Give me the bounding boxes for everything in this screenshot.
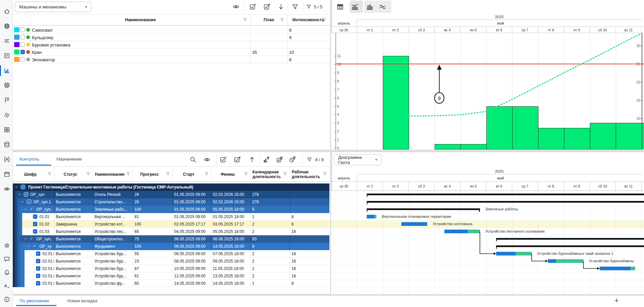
sidebar-item-chart-histogram[interactable] (3, 66, 11, 75)
sidebar-item-sun[interactable] (3, 241, 11, 250)
gantt-summary-bar[interactable] (496, 238, 644, 240)
tasks-toolbar-chart-funnel-button[interactable] (262, 156, 270, 164)
task-checkbox[interactable]: ✓ (36, 259, 40, 263)
resource-checkbox[interactable]: ✓ (21, 50, 25, 54)
task-row-0[interactable]: −✓Проект Гостиница/Строительно-монтажные… (13, 183, 329, 191)
gantt-task-bar[interactable] (401, 222, 427, 226)
sidebar-item-home[interactable] (3, 7, 11, 15)
task-row-9[interactable]: ✓02.01.0ВыполняетсяУстройство бур...5506… (13, 250, 329, 258)
gantt-task-bar[interactable] (496, 252, 532, 255)
resources-toolbar-uncheck-all-button[interactable] (263, 3, 271, 11)
gantt-task-bar[interactable] (444, 230, 480, 233)
resource-view-dropdown[interactable]: Машины и механизмы ▾ (15, 2, 91, 12)
tasks-column-filter-button[interactable] (204, 172, 209, 176)
sidebar-item-info[interactable] (3, 295, 11, 304)
gantt-task-bar[interactable] (367, 215, 376, 218)
tab-control[interactable]: Контроль (19, 157, 39, 162)
tasks-toolbar-search-button[interactable] (189, 156, 197, 164)
tasks-toolbar-arrow-up-button[interactable] (248, 156, 256, 164)
task-row-8[interactable]: −✓OP_syВыполняетсяФундамент10006.05.2025… (13, 243, 329, 250)
task-checkbox[interactable]: ✓ (36, 274, 40, 278)
task-row-5[interactable]: ✓01.02ЗавершенаУстройство кот...10002.05… (13, 220, 329, 228)
tree-collapse-toggle[interactable]: − (24, 236, 28, 242)
resource-checkbox[interactable] (21, 57, 25, 62)
task-row-6[interactable]: ✓01.03ВыполняетсяУстройство пес...6504.0… (13, 228, 329, 235)
tasks-toolbar-eye-button[interactable] (203, 156, 211, 164)
resource-row[interactable]: Экскаватор6 (13, 56, 329, 63)
sidebar-item-label-a[interactable]: A (3, 155, 11, 164)
task-checkbox[interactable]: ✓ (33, 229, 37, 234)
chart-mode-table-button[interactable] (335, 2, 345, 11)
resources-toolbar-arrow-down-button[interactable] (277, 3, 285, 11)
resources-column-filter-button[interactable] (322, 18, 327, 22)
resource-row[interactable]: ✓Кран3510 (13, 48, 329, 56)
sidebar-item-database[interactable] (3, 140, 11, 149)
sidebar-item-align-list[interactable] (3, 36, 11, 45)
gantt-view-dropdown[interactable]: Диаграмма Ганта ▾ (334, 154, 381, 165)
tasks-column-filter-button[interactable] (166, 172, 170, 176)
sidebar-item-globe[interactable] (3, 22, 11, 30)
resource-row[interactable]: Самосвал8 (13, 26, 329, 34)
chart-mode-bar-chart-button[interactable] (365, 2, 374, 11)
task-checkbox[interactable]: ✓ (21, 185, 25, 189)
task-checkbox[interactable]: ✓ (36, 266, 40, 271)
task-row-11[interactable]: ✓02.01.0ВыполняетсяУстройство бур...8710… (13, 265, 329, 272)
tasks-column-filter-button[interactable] (47, 172, 52, 176)
sidebar-item-chat[interactable] (3, 254, 11, 263)
gantt-summary-bar[interactable] (367, 201, 644, 203)
sidebar-item-bell[interactable] (3, 268, 11, 277)
sidebar-item-printer[interactable] (3, 81, 11, 90)
task-row-10[interactable]: ✓02.01.0ВыполняетсяУстройство бур...2308… (13, 258, 329, 265)
tab-assignment[interactable]: Назначение (56, 157, 82, 162)
tasks-column-filter-button[interactable] (323, 172, 327, 176)
tasks-toolbar-checkbox-funnel-button[interactable] (276, 156, 284, 164)
task-row-3[interactable]: −✓OP_syn.ВыполняетсяЗемляные рабо...1000… (13, 206, 329, 213)
task-row-7[interactable]: −✓OP_syn.ВыполняетсяОбщестроител...7506.… (13, 235, 329, 243)
task-checkbox[interactable]: ✓ (27, 200, 31, 204)
resources-column-filter-button[interactable] (243, 18, 248, 22)
tree-collapse-toggle[interactable]: − (27, 244, 31, 249)
task-row-2[interactable]: −✓OP_syn.1ВыполняетсяСтроительство...260… (13, 198, 329, 206)
tasks-column-filter-button[interactable] (86, 172, 91, 176)
workspace-tab-default[interactable]: По умолчанию (19, 298, 49, 303)
sidebar-item-kanban-board[interactable] (3, 51, 11, 60)
resources-column-filter-button[interactable] (280, 18, 285, 22)
sidebar-item-hatching[interactable] (3, 110, 11, 119)
task-checkbox[interactable]: ✓ (33, 214, 37, 219)
tasks-toolbar-check-all-button[interactable] (219, 156, 227, 164)
add-workspace-tab-button[interactable]: + (614, 296, 619, 305)
task-row-1[interactable]: −✓OP_synВыполняетсяОтель Речной2601.05.2… (13, 191, 329, 198)
tasks-column-filter-button[interactable] (126, 172, 131, 176)
tree-collapse-toggle[interactable]: − (18, 192, 22, 197)
resource-row[interactable]: Буровая установка (13, 41, 329, 48)
resource-checkbox[interactable] (21, 42, 25, 47)
sidebar-item-flag[interactable] (3, 96, 11, 104)
horizontal-splitter[interactable] (13, 150, 644, 152)
tree-collapse-toggle[interactable]: − (21, 199, 25, 205)
sidebar-item-grid[interactable] (3, 125, 11, 134)
gantt-task-bar[interactable] (548, 259, 583, 263)
tasks-column-filter-button[interactable] (283, 172, 288, 176)
gantt-summary-bar[interactable] (367, 208, 480, 210)
task-checkbox[interactable]: ✓ (24, 192, 28, 197)
chart-mode-histogram-line-button-active[interactable] (350, 2, 360, 11)
sidebar-item-eye[interactable] (3, 184, 11, 193)
tasks-toolbar-clock-funnel-button[interactable] (288, 156, 296, 164)
chart-mode-waves-button[interactable] (378, 2, 387, 11)
task-checkbox[interactable]: ✓ (36, 251, 40, 256)
resource-checkbox[interactable] (21, 28, 25, 32)
sidebar-item-calendar[interactable] (3, 170, 11, 178)
tree-collapse-toggle[interactable]: − (24, 207, 28, 212)
resource-checkbox[interactable] (21, 35, 25, 39)
tree-collapse-toggle[interactable]: − (15, 184, 19, 190)
task-row-12[interactable]: ✓02.01.0ВыполняетсяУстройство бур...6112… (13, 272, 329, 280)
tasks-toolbar-uncheck-all-button[interactable] (233, 156, 241, 164)
gantt-summary-bar[interactable] (496, 245, 644, 247)
sidebar-item-translate[interactable]: Aя (3, 281, 11, 290)
tasks-column-filter-button[interactable] (244, 172, 248, 176)
resource-row[interactable]: Бульдозер9 (13, 34, 329, 41)
task-row-13[interactable]: ✓02.01.0ВыполняетсяУстройство фу...6014.… (13, 280, 329, 287)
task-checkbox[interactable]: ✓ (36, 281, 40, 285)
gantt-task-bar[interactable] (600, 267, 635, 270)
task-checkbox[interactable]: ✓ (33, 222, 37, 226)
